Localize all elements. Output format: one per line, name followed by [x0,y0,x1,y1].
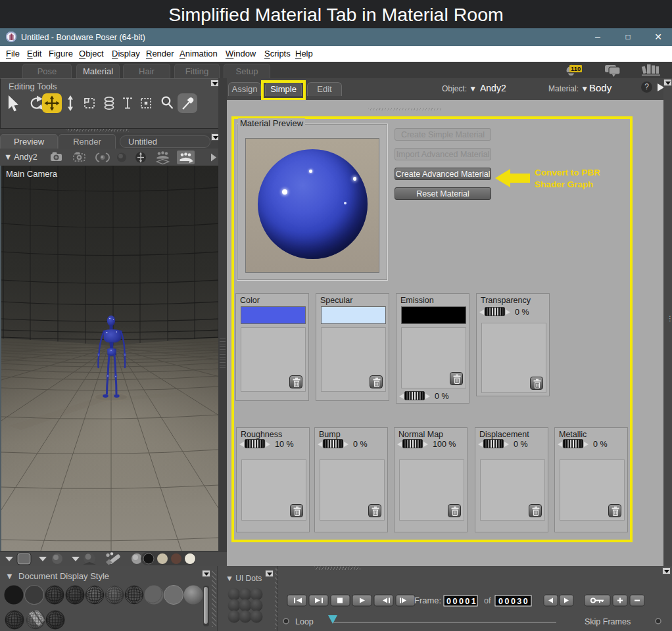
svg-text:110: 110 [571,65,581,72]
svg-text:Frame:: Frame: [414,596,441,605]
svg-text:Skip Frames: Skip Frames [585,617,631,626]
svg-text:00001: 00001 [446,597,477,606]
svg-text:Loop: Loop [295,617,314,626]
svg-text:00030: 00030 [498,597,529,606]
svg-text:of: of [484,596,491,605]
